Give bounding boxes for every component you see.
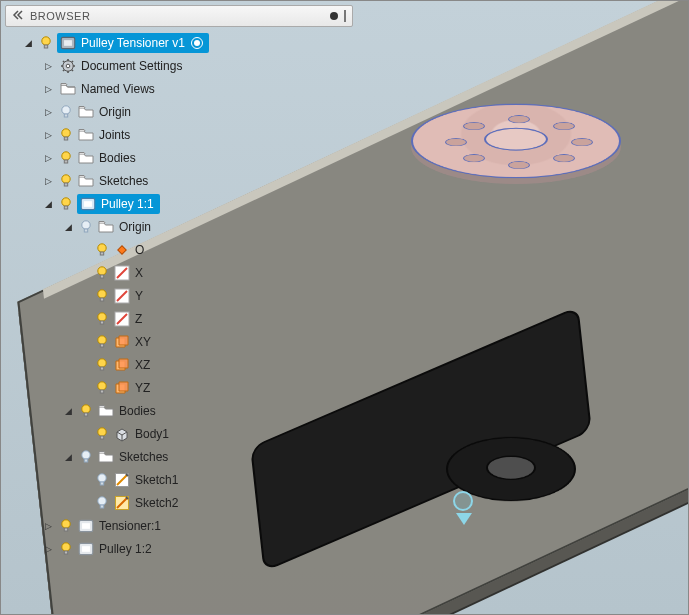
tree-pulley-origin[interactable]: ◢ Origin bbox=[5, 215, 353, 238]
pulley-shape[interactable] bbox=[411, 104, 621, 179]
tree-label: O bbox=[135, 243, 144, 257]
visibility-bulb-on-icon[interactable] bbox=[95, 335, 109, 349]
tree-tensioner[interactable]: ▷ Tensioner:1 bbox=[5, 514, 353, 537]
twisty-closed-icon[interactable]: ▷ bbox=[41, 519, 55, 533]
visibility-bulb-on-icon[interactable] bbox=[79, 404, 93, 418]
sketch-icon bbox=[113, 471, 131, 489]
visibility-bulb-off-icon[interactable] bbox=[79, 220, 93, 234]
twisty-open-icon[interactable]: ◢ bbox=[41, 197, 55, 211]
visibility-bulb-on-icon[interactable] bbox=[59, 542, 73, 556]
visibility-bulb-on-icon[interactable] bbox=[95, 243, 109, 257]
svg-rect-54 bbox=[84, 459, 87, 462]
svg-rect-17 bbox=[64, 137, 67, 140]
tree-pulley-1-1[interactable]: ◢ Pulley 1:1 bbox=[5, 192, 353, 215]
visibility-bulb-on-icon[interactable] bbox=[95, 289, 109, 303]
tree-sketches-top[interactable]: ▷ Sketches bbox=[5, 169, 353, 192]
svg-rect-48 bbox=[100, 390, 103, 393]
tree-document-settings[interactable]: ▷ Document Settings bbox=[5, 54, 353, 77]
twisty-closed-icon[interactable]: ▷ bbox=[41, 59, 55, 73]
tree-bodies-top[interactable]: ▷ Bodies bbox=[5, 146, 353, 169]
folder-icon bbox=[77, 126, 95, 144]
tree-named-views[interactable]: ▷ Named Views bbox=[5, 77, 353, 100]
axis-icon bbox=[113, 310, 131, 328]
svg-point-31 bbox=[98, 266, 106, 274]
twisty-closed-icon[interactable]: ▷ bbox=[41, 151, 55, 165]
folder-icon bbox=[77, 103, 95, 121]
tree-pulley-sketches[interactable]: ◢ Sketches bbox=[5, 445, 353, 468]
tree-label: Tensioner:1 bbox=[99, 519, 161, 533]
visibility-bulb-off-icon[interactable] bbox=[95, 473, 109, 487]
panel-pin-icon[interactable] bbox=[344, 10, 346, 22]
visibility-bulb-on-icon[interactable] bbox=[95, 266, 109, 280]
svg-point-20 bbox=[62, 174, 70, 182]
collapse-panel-icon[interactable] bbox=[12, 9, 24, 23]
tree-origin-yz[interactable]: YZ bbox=[5, 376, 353, 399]
tree-label: Body1 bbox=[135, 427, 169, 441]
plane-icon bbox=[113, 356, 131, 374]
visibility-bulb-on-icon[interactable] bbox=[95, 312, 109, 326]
visibility-bulb-off-icon[interactable] bbox=[95, 496, 109, 510]
svg-rect-46 bbox=[100, 367, 103, 370]
tree-label: X bbox=[135, 266, 143, 280]
tree-body1[interactable]: Body1 bbox=[5, 422, 353, 445]
twisty-closed-icon[interactable]: ▷ bbox=[41, 542, 55, 556]
folder-icon bbox=[77, 172, 95, 190]
svg-rect-15 bbox=[64, 114, 67, 117]
tree-origin-y[interactable]: Y bbox=[5, 284, 353, 307]
svg-point-43 bbox=[98, 335, 106, 343]
visibility-bulb-on-icon[interactable] bbox=[39, 36, 53, 50]
active-component-radio-icon[interactable] bbox=[191, 37, 203, 49]
sketch-under-icon bbox=[113, 494, 131, 512]
twisty-open-icon[interactable]: ◢ bbox=[61, 220, 75, 234]
svg-point-65 bbox=[62, 542, 70, 550]
tree-origin-o[interactable]: O bbox=[5, 238, 353, 261]
visibility-bulb-on-icon[interactable] bbox=[59, 197, 73, 211]
tree-origin-xy[interactable]: XY bbox=[5, 330, 353, 353]
svg-rect-40 bbox=[100, 321, 103, 324]
tree-sketch1[interactable]: Sketch1 bbox=[5, 468, 353, 491]
browser-header[interactable]: BROWSER bbox=[5, 5, 353, 27]
svg-point-53 bbox=[82, 450, 90, 458]
twisty-open-icon[interactable]: ◢ bbox=[61, 404, 75, 418]
tree-origin-x[interactable]: X bbox=[5, 261, 353, 284]
tree-pulley-1-2[interactable]: ▷ Pulley 1:2 bbox=[5, 537, 353, 560]
panel-settings-icon[interactable] bbox=[330, 12, 338, 20]
visibility-bulb-on-icon[interactable] bbox=[59, 174, 73, 188]
tree-label: Pulley 1:1 bbox=[101, 197, 154, 211]
tree-label: Sketch2 bbox=[135, 496, 178, 510]
axis-icon bbox=[113, 264, 131, 282]
tree-joints[interactable]: ▷ Joints bbox=[5, 123, 353, 146]
tree-origin-z[interactable]: Z bbox=[5, 307, 353, 330]
visibility-bulb-on-icon[interactable] bbox=[95, 381, 109, 395]
tree-label: Y bbox=[135, 289, 143, 303]
visibility-bulb-on-icon[interactable] bbox=[95, 358, 109, 372]
visibility-bulb-on-icon[interactable] bbox=[59, 128, 73, 142]
visibility-bulb-off-icon[interactable] bbox=[59, 105, 73, 119]
twisty-open-icon[interactable]: ◢ bbox=[21, 36, 35, 50]
svg-point-45 bbox=[98, 358, 106, 366]
visibility-bulb-on-icon[interactable] bbox=[59, 151, 73, 165]
tree-origin-top[interactable]: ▷ Origin bbox=[5, 100, 353, 123]
visibility-bulb-on-icon[interactable] bbox=[95, 427, 109, 441]
tree-pulley-bodies[interactable]: ◢ Bodies bbox=[5, 399, 353, 422]
twisty-open-icon[interactable]: ◢ bbox=[61, 450, 75, 464]
twisty-closed-icon[interactable]: ▷ bbox=[41, 174, 55, 188]
tree-origin-xz[interactable]: XZ bbox=[5, 353, 353, 376]
tree-root-pulley-tensioner[interactable]: ◢ Pulley Tensioner v1 bbox=[5, 31, 353, 54]
svg-point-5 bbox=[66, 64, 70, 68]
tree-label: YZ bbox=[135, 381, 150, 395]
twisty-closed-icon[interactable]: ▷ bbox=[41, 105, 55, 119]
folder-icon bbox=[97, 402, 115, 420]
tree-label: Origin bbox=[99, 105, 131, 119]
browser-panel: BROWSER ◢ Pulley Tensioner v1 bbox=[5, 5, 353, 560]
tree-sketch2[interactable]: Sketch2 bbox=[5, 491, 353, 514]
plane-icon bbox=[113, 333, 131, 351]
svg-point-18 bbox=[62, 151, 70, 159]
twisty-closed-icon[interactable]: ▷ bbox=[41, 82, 55, 96]
twisty-closed-icon[interactable]: ▷ bbox=[41, 128, 55, 142]
folder-icon bbox=[77, 149, 95, 167]
tree-label: Origin bbox=[119, 220, 151, 234]
origin-point-icon bbox=[113, 241, 131, 259]
visibility-bulb-on-icon[interactable] bbox=[59, 519, 73, 533]
visibility-bulb-off-icon[interactable] bbox=[79, 450, 93, 464]
